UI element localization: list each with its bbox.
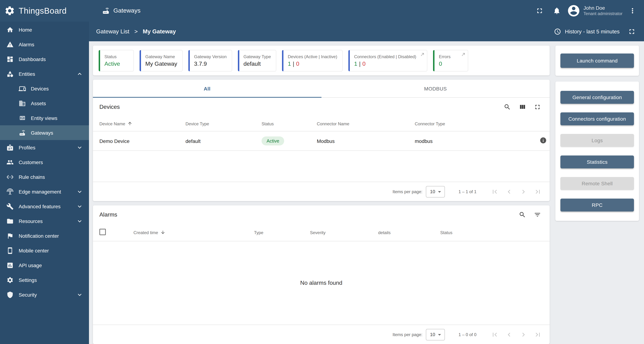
- devices-fullscreen-button[interactable]: [532, 101, 543, 113]
- more-menu-button[interactable]: [625, 4, 640, 18]
- sidebar-item-edge-management[interactable]: Edge management: [0, 184, 89, 199]
- gateway-actions-card: General configurationConnectors configur…: [556, 82, 639, 221]
- stat-tile-label: Errors: [439, 54, 457, 59]
- sidebar-item-home[interactable]: Home: [0, 22, 89, 37]
- devices-view-column-button[interactable]: [517, 101, 528, 113]
- fullscreen-button[interactable]: [532, 4, 547, 18]
- sidebar-item-notification-center[interactable]: Notification center: [0, 228, 89, 243]
- device-row[interactable]: Demo DevicedefaultActiveModbusmodbus: [93, 131, 550, 151]
- alarms-col-created-time[interactable]: Created time: [130, 224, 251, 241]
- devices-col-connector-type[interactable]: Connector Type: [412, 116, 505, 131]
- open-link[interactable]: [420, 52, 425, 57]
- sidebar-item-label: Assets: [31, 100, 83, 106]
- search-icon: [504, 103, 511, 111]
- sidebar-item-dashboards[interactable]: Dashboards: [0, 52, 89, 67]
- user-menu[interactable]: John Doe Tenant administrator: [567, 4, 622, 18]
- sidebar-item-entities[interactable]: Entities: [0, 67, 89, 81]
- notifications-button[interactable]: [550, 4, 564, 18]
- alarms-next-page-button[interactable]: [517, 328, 530, 340]
- thingsboard-app: ThingsBoard Gateways John Doe Tenant adm…: [0, 0, 644, 344]
- devices-col-device-name[interactable]: Device Name: [93, 116, 182, 131]
- main-column: StatusActiveGateway NameMy GatewayGatewa…: [93, 46, 550, 344]
- breadcrumb: Gateway List > My Gateway: [96, 28, 176, 35]
- alarms-col-severity[interactable]: Severity: [307, 224, 375, 241]
- sidebar-item-assets[interactable]: Assets: [0, 96, 89, 111]
- stat-tile-connectors-enabled-disabled[interactable]: Connectors (Enabled | Disabled)1|0: [348, 50, 427, 71]
- stat-tile-errors[interactable]: Errors0: [433, 50, 468, 71]
- devices-last-page-button[interactable]: [532, 185, 544, 198]
- history-timewindow-button[interactable]: History - last 5 minutes: [554, 28, 620, 35]
- rpc-button[interactable]: RPC: [560, 199, 634, 211]
- brand[interactable]: ThingsBoard: [0, 6, 89, 16]
- devices-previous-page-button[interactable]: [503, 185, 515, 198]
- devices-first-page-button[interactable]: [489, 185, 501, 198]
- alarms-col-type[interactable]: Type: [251, 224, 307, 241]
- dashboard-fullscreen-button[interactable]: [625, 24, 639, 39]
- alarms-last-page-button[interactable]: [532, 328, 544, 340]
- device-actions-cell: [505, 131, 550, 151]
- tab-all[interactable]: All: [93, 80, 321, 97]
- clock-icon: [554, 28, 561, 35]
- alarms-filter-button[interactable]: [532, 209, 543, 220]
- devices-col-status[interactable]: Status: [259, 116, 314, 131]
- sidebar-item-resources[interactable]: Resources: [0, 214, 89, 228]
- statistics-button[interactable]: Statistics: [560, 155, 634, 168]
- alarms-col-details[interactable]: details: [375, 224, 437, 241]
- general-configuration-button[interactable]: General configuration: [560, 91, 634, 104]
- sidebar-item-alarms[interactable]: Alarms: [0, 37, 89, 52]
- tab-modbus[interactable]: MODBUS: [321, 80, 550, 97]
- sidebar-item-label: Entities: [19, 71, 71, 77]
- alarms-items-per-page-select[interactable]: 10: [426, 329, 445, 340]
- column-label: Severity: [310, 230, 326, 235]
- devices-next-page-button[interactable]: [517, 185, 530, 198]
- topbar-actions: John Doe Tenant administrator: [532, 4, 644, 18]
- sidebar-item-devices[interactable]: Devices: [0, 81, 89, 96]
- alarms-previous-page-button[interactable]: [503, 328, 515, 340]
- sidebar-item-label: Entity views: [31, 115, 83, 121]
- select-all-checkbox[interactable]: [100, 229, 106, 235]
- connectors-configuration-button[interactable]: Connectors configuration: [560, 112, 634, 125]
- devices-title: Devices: [100, 104, 120, 110]
- arrow-down-icon: [160, 230, 165, 235]
- breadcrumb-parent[interactable]: Gateway List: [96, 28, 129, 35]
- stat-tile-value: My Gateway: [145, 61, 177, 67]
- chevron-down-icon: [76, 188, 83, 195]
- chart-icon: [6, 262, 14, 269]
- sidebar-item-gateways[interactable]: Gateways: [0, 125, 89, 140]
- search-icon: [519, 211, 526, 218]
- sidebar-item-rule-chains[interactable]: Rule chains: [0, 169, 89, 184]
- sidebar-item-advanced-features[interactable]: Advanced features: [0, 199, 89, 214]
- open-link[interactable]: [461, 52, 466, 57]
- sidebar-item-customers[interactable]: Customers: [0, 155, 89, 169]
- sidebar-item-security[interactable]: Security: [0, 287, 89, 302]
- launch-command-card: Launch command: [556, 46, 639, 76]
- alarms-search-button[interactable]: [517, 209, 528, 220]
- alarms-card: Alarms Created timeTypeSeveritydetailsSt…: [93, 205, 550, 344]
- first-page-icon: [491, 330, 499, 338]
- user-role: Tenant administrator: [584, 11, 622, 17]
- devices-items-per-page-select[interactable]: 10: [426, 186, 445, 197]
- sidebar-item-profiles[interactable]: Profiles: [0, 140, 89, 155]
- devices-col-connector-name[interactable]: Connector Name: [314, 116, 412, 131]
- launch-command-button[interactable]: Launch command: [560, 54, 634, 68]
- alarms-items-per-page-value: 10: [430, 332, 435, 337]
- sidebar-item-entity-views[interactable]: Entity views: [0, 111, 89, 125]
- devices-col-device-type[interactable]: Device Type: [182, 116, 259, 131]
- stat-tile-value: 1|0: [288, 61, 337, 67]
- current-section: Gateways: [102, 7, 140, 15]
- stat-tile-devices-active-inactive: Devices (Active | Inactive)1|0: [282, 50, 343, 71]
- arrow-drop-down-icon: [436, 331, 443, 338]
- sidebar-item-mobile-center[interactable]: Mobile center: [0, 243, 89, 258]
- smartphone-icon: [6, 247, 14, 254]
- alarms-page-range: 1 – 0 of 0: [458, 332, 476, 337]
- devices-search-button[interactable]: [502, 101, 513, 113]
- view-column-icon: [519, 103, 526, 111]
- alarms-col-status[interactable]: Status: [437, 224, 550, 241]
- device-info-button[interactable]: [540, 137, 547, 144]
- sidebar-item-api-usage[interactable]: API usage: [0, 258, 89, 272]
- logs-button[interactable]: Logs: [560, 134, 634, 147]
- alarms-first-page-button[interactable]: [489, 328, 501, 340]
- breadcrumb-bar: Gateway List > My Gateway History - last…: [89, 22, 644, 41]
- remote-shell-button[interactable]: Remote Shell: [560, 177, 634, 190]
- sidebar-item-settings[interactable]: Settings: [0, 272, 89, 287]
